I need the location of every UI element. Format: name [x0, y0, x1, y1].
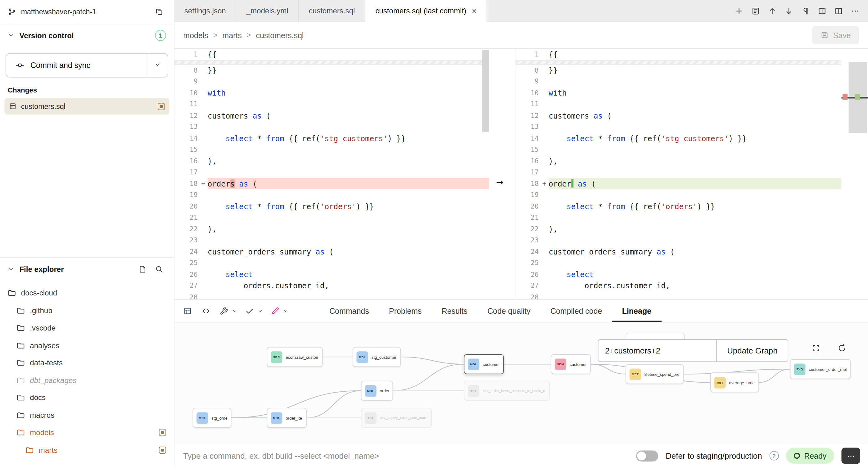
folder-docs[interactable]: docs — [0, 389, 174, 407]
code-line-original-9[interactable]: 9 — [175, 76, 490, 87]
code-line-modified-15[interactable]: 15 — [515, 144, 841, 155]
lineage-node-raw_customers[interactable]: SRCecom.raw_customers — [267, 347, 323, 367]
code-line-modified-23[interactable]: 23 — [515, 235, 841, 246]
results-table-icon[interactable] — [181, 305, 194, 318]
code-line-modified-13[interactable]: 13 — [515, 121, 841, 133]
code-line-original-23[interactable]: 23 — [175, 235, 490, 246]
code-line-modified-17[interactable]: 17 — [515, 167, 841, 178]
move-up-icon[interactable] — [765, 4, 779, 18]
editor-tab-customers-sql-last-commit-[interactable]: customers.sql (last commit)× — [365, 0, 487, 22]
code-line-original-22[interactable]: 22), — [175, 223, 490, 235]
lineage-node-test_order_items[interactable]: TSTtest_order_items_compute_to_bools_cor… — [464, 381, 550, 401]
code-line-modified-22[interactable]: 22), — [515, 223, 841, 235]
code-line-modified-9[interactable]: 9 — [515, 76, 841, 87]
defer-toggle[interactable] — [637, 450, 658, 462]
lineage-node-test_supply[interactable]: TSTtest_supply_costs_sum_correctly — [361, 408, 432, 428]
help-icon[interactable]: ? — [769, 451, 779, 460]
code-line-original-27[interactable]: 27 orders.customer_id, — [175, 280, 490, 291]
split-editor-icon[interactable] — [831, 4, 846, 18]
code-line-modified-1[interactable]: 1{{ — [515, 49, 841, 60]
panel-tab-results[interactable]: Results — [432, 300, 477, 322]
new-file-icon[interactable] — [135, 261, 149, 276]
commit-and-sync-button[interactable]: Commit and sync — [6, 53, 168, 77]
lineage-node-avg_order_value[interactable]: METaverage_order_value — [710, 372, 759, 392]
collapsed-region[interactable] — [515, 60, 841, 64]
lineage-node-order_items[interactable]: MDLorder_items — [267, 408, 307, 428]
code-line-original-19[interactable]: 19 — [175, 189, 490, 201]
code-line-original-13[interactable]: 13 — [175, 121, 490, 133]
overflow-menu-button[interactable]: ⋯ — [841, 448, 860, 464]
version-control-header[interactable]: Version control 1 — [0, 24, 174, 46]
lineage-node-stg_customers[interactable]: MDLstg_customers — [353, 347, 401, 367]
add-tab-icon[interactable] — [732, 4, 746, 18]
lineage-selector-input[interactable] — [598, 339, 717, 362]
build-icon[interactable] — [218, 305, 231, 318]
close-tab-icon[interactable]: × — [472, 6, 477, 15]
code-line-original-21[interactable]: 21 — [175, 212, 490, 223]
code-line-modified-21[interactable]: 21 — [515, 212, 841, 223]
lineage-node-customers_sem[interactable]: SEMcustomers — [551, 354, 590, 374]
code-line-original-14[interactable]: 14 select * from {{ ref('stg_customers')… — [175, 132, 490, 144]
command-input[interactable] — [183, 451, 628, 460]
editor-tab-settings-json[interactable]: settings.json — [175, 0, 237, 22]
lineage-node-stg_orders[interactable]: MDLstg_orders — [193, 408, 231, 428]
code-line-original-16[interactable]: 16), — [175, 155, 490, 167]
breadcrumb-item-customers-sql[interactable]: customers.sql — [256, 31, 304, 40]
folder-macros[interactable]: macros — [0, 407, 174, 424]
editor-tab-customers-sql[interactable]: customers.sql — [299, 0, 365, 22]
code-line-modified-10[interactable]: 10with — [515, 87, 841, 99]
folder-data-tests[interactable]: data-tests — [0, 354, 174, 372]
code-line-modified-27[interactable]: 27 orders.customer_id, — [515, 280, 841, 291]
docs-icon[interactable] — [815, 4, 829, 18]
folder--vscode[interactable]: .vscode — [0, 319, 174, 337]
move-down-icon[interactable] — [782, 4, 796, 18]
editor-tab--models-yml[interactable]: _models.yml — [237, 0, 299, 22]
code-line-original-28[interactable]: 28 — [175, 291, 490, 300]
panel-tab-problems[interactable]: Problems — [379, 300, 432, 322]
code-line-original-12[interactable]: 12customers as ( — [175, 110, 490, 121]
panel-tab-commands[interactable]: Commands — [319, 300, 379, 322]
code-line-modified-18[interactable]: 18+order as ( — [515, 178, 841, 189]
panel-tab-code-quality[interactable]: Code quality — [477, 300, 540, 322]
format-icon[interactable] — [269, 305, 282, 318]
refresh-icon[interactable] — [833, 339, 851, 357]
search-icon[interactable] — [152, 261, 166, 276]
code-line-modified-14[interactable]: 14 select * from {{ ref('stg_customers')… — [515, 132, 841, 144]
folder-dbt-packages[interactable]: dbt_packages — [0, 372, 174, 389]
diff-overview-ruler[interactable] — [841, 49, 868, 300]
breadcrumb-item-models[interactable]: models — [183, 31, 208, 40]
lineage-node-lifetime_spend[interactable]: METlifetime_spend_pretax — [625, 364, 684, 384]
folder-docs-cloud[interactable]: docs-cloud — [0, 285, 174, 302]
update-graph-button[interactable]: Update Graph — [716, 339, 788, 362]
code-line-original-1[interactable]: 1{{ — [175, 49, 490, 60]
save-button[interactable]: Save — [812, 26, 859, 44]
code-line-modified-20[interactable]: 20 select * from {{ ref('orders') }} — [515, 200, 841, 212]
commit-options-dropdown[interactable] — [147, 54, 168, 77]
code-line-modified-16[interactable]: 16), — [515, 155, 841, 167]
code-line-original-25[interactable]: 25 — [175, 257, 490, 269]
code-line-original-20[interactable]: 20 select * from {{ ref('orders') }} — [175, 200, 490, 212]
scrollbar-thumb[interactable] — [482, 50, 489, 132]
code-line-original-18[interactable]: 18−orders as ( — [175, 178, 490, 189]
code-line-modified-8[interactable]: 8}} — [515, 65, 841, 76]
code-line-original-26[interactable]: 26 select — [175, 269, 490, 280]
code-line-modified-19[interactable]: 19 — [515, 189, 841, 201]
folder--github[interactable]: .github — [0, 302, 174, 319]
code-line-original-17[interactable]: 17 — [175, 167, 490, 178]
breadcrumb-item-marts[interactable]: marts — [222, 31, 242, 40]
code-line-original-8[interactable]: 8}} — [175, 65, 490, 76]
fullscreen-icon[interactable] — [807, 339, 825, 357]
diff-pane-original[interactable]: 1{{8}}910with1112customers as (1314 sele… — [175, 49, 490, 300]
code-line-modified-25[interactable]: 25 — [515, 257, 841, 269]
folder-marts[interactable]: marts — [0, 441, 174, 459]
file-explorer-header[interactable]: File explorer — [0, 258, 174, 280]
code-line-original-15[interactable]: 15 — [175, 144, 490, 155]
lint-icon[interactable] — [243, 305, 256, 318]
lint-dropdown-icon[interactable] — [256, 305, 264, 318]
collapsed-region[interactable] — [175, 60, 490, 64]
code-line-modified-12[interactable]: 12customers as ( — [515, 110, 841, 121]
panel-tab-compiled-code[interactable]: Compiled code — [540, 300, 612, 322]
lineage-node-orders[interactable]: MDLorders — [361, 381, 393, 401]
apply-change-arrow[interactable]: → — [496, 177, 503, 188]
status-badge[interactable]: Ready — [786, 448, 834, 464]
